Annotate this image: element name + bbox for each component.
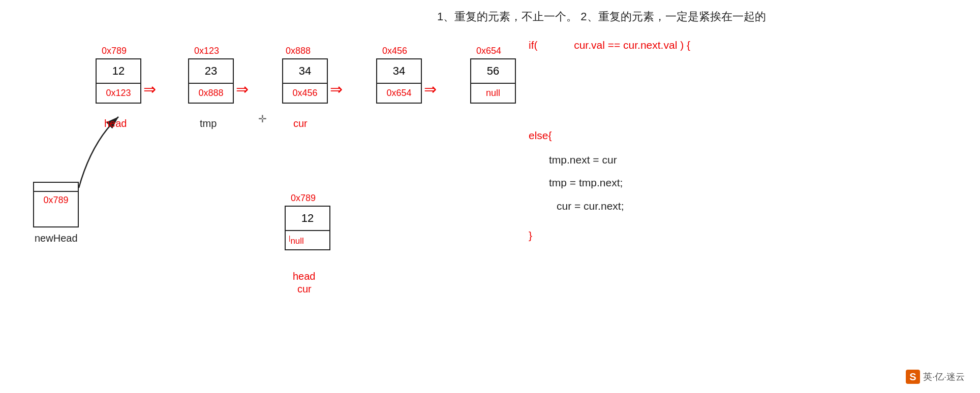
node-tmp-label: tmp — [200, 118, 217, 129]
code-tmp-line: tmp = tmp.next; — [529, 173, 690, 192]
code-if-line: if( cur.val == cur.next.val ) { — [529, 36, 690, 55]
arrow-2-3: ⇒ — [236, 80, 249, 98]
code-if-end: ) { — [680, 39, 690, 51]
arrow-4-5: ⇒ — [424, 80, 437, 98]
node-head: 12 0x123 — [96, 58, 141, 104]
newhead-label: newHead — [35, 233, 78, 244]
watermark: S 英·亿·迷云 — [906, 370, 965, 384]
arrow-3-4: ⇒ — [330, 80, 343, 98]
code-tmp-next-line: tmp.next = cur — [529, 150, 690, 170]
node-4-val: 34 — [377, 59, 421, 84]
node-4-addr: 0x456 — [382, 46, 407, 56]
watermark-s-icon: S — [906, 370, 920, 384]
code-if-keyword: if( — [529, 39, 538, 51]
newhead-node: 0x789 — [33, 182, 79, 227]
node-tmp-ptr: 0x888 — [189, 84, 233, 103]
node-tmp-val: 23 — [189, 59, 233, 84]
node-cur: 34 0x456 — [282, 58, 328, 104]
watermark-text: 英·亿·迷云 — [923, 371, 965, 383]
cursor-plus: ✛ — [258, 113, 267, 125]
node-5-val: 56 — [471, 59, 515, 84]
bottom-node-addr: 0x789 — [291, 193, 316, 204]
node-4: 34 0x654 — [376, 58, 422, 104]
top-description: 1、重复的元素，不止一个。 2、重复的元素，一定是紧挨在一起的 — [437, 9, 766, 24]
node-cur-ptr: 0x456 — [283, 84, 327, 103]
bottom-node-val: 12 — [286, 207, 329, 231]
node-cur-val: 34 — [283, 59, 327, 84]
node-head-ptr: 0x123 — [97, 84, 140, 103]
code-brace: } — [529, 230, 532, 241]
node-4-ptr: 0x654 — [377, 84, 421, 103]
node-5: 56 null — [470, 58, 516, 104]
code-tmp: tmp = tmp.next; — [549, 177, 623, 188]
code-block: if( cur.val == cur.next.val ) { else{ tm… — [529, 36, 690, 245]
node-head-label: head — [104, 118, 127, 129]
bottom-node-label2: cur — [297, 283, 312, 295]
node-tmp-addr: 0x123 — [194, 46, 219, 56]
node-5-addr: 0x654 — [476, 46, 501, 56]
bottom-node: 12 |null — [285, 206, 330, 250]
bottom-node-label1: head — [293, 271, 316, 282]
newhead-ptr: 0x789 — [34, 192, 78, 209]
code-cur: cur = cur.next; — [557, 200, 624, 212]
bottom-node-ptr: |null — [286, 231, 329, 249]
node-cur-label: cur — [293, 118, 308, 129]
code-cur-line: cur = cur.next; — [529, 196, 690, 216]
node-cur-addr: 0x888 — [286, 46, 311, 56]
code-tmp-next: tmp.next = cur — [549, 154, 617, 166]
node-5-ptr: null — [471, 84, 515, 103]
code-else-line: else{ — [529, 126, 690, 145]
code-else: else{ — [529, 129, 552, 141]
newhead-val — [34, 183, 78, 192]
node-tmp: 23 0x888 — [188, 58, 234, 104]
code-condition: cur.val == cur.next.val — [574, 39, 677, 51]
node-head-addr: 0x789 — [102, 46, 127, 56]
canvas: 1、重复的元素，不止一个。 2、重复的元素，一定是紧挨在一起的 12 0x123… — [0, 0, 980, 393]
node-head-val: 12 — [97, 59, 140, 84]
code-close-brace: } — [529, 226, 690, 245]
arrow-1-2: ⇒ — [143, 80, 156, 98]
